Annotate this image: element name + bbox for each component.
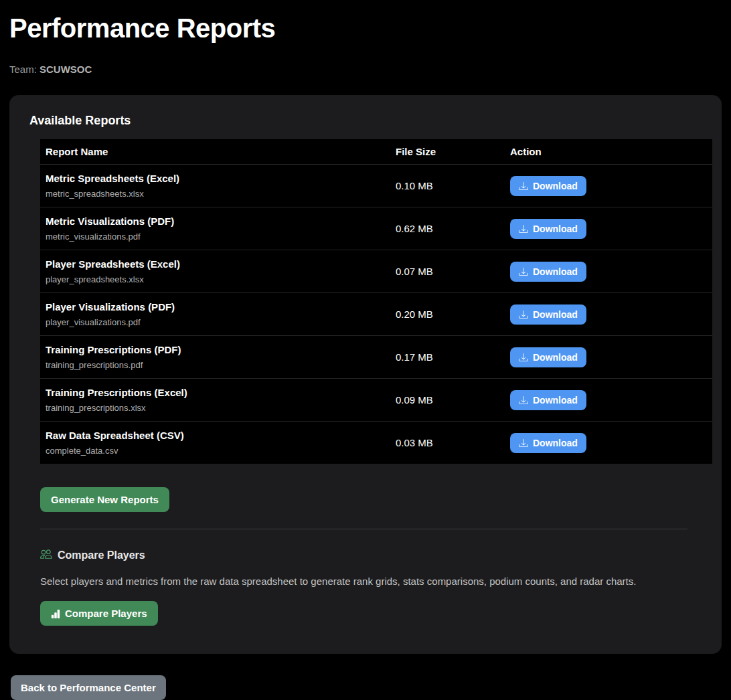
- table-row: Raw Data Spreadsheet (CSV) complete_data…: [40, 422, 712, 464]
- download-button-label: Download: [533, 181, 578, 191]
- action-cell: Download: [505, 254, 712, 289]
- download-icon: [519, 396, 528, 405]
- people-icon: [40, 548, 52, 563]
- report-name-cell: Metric Visualizations (PDF) metric_visua…: [40, 207, 390, 250]
- table-body: Metric Spreadsheets (Excel) metric_sprea…: [40, 165, 712, 464]
- download-button[interactable]: Download: [510, 262, 586, 282]
- table-row: Training Prescriptions (PDF) training_pr…: [40, 336, 712, 379]
- report-size: 0.20 MB: [390, 301, 505, 327]
- download-button[interactable]: Download: [510, 304, 586, 325]
- table-row: Metric Spreadsheets (Excel) metric_sprea…: [40, 165, 712, 207]
- report-name-cell: Player Visualizations (PDF) player_visua…: [40, 293, 390, 335]
- available-reports-card: Available Reports Report Name File Size …: [9, 95, 722, 654]
- report-name-cell: Training Prescriptions (Excel) training_…: [40, 379, 390, 421]
- report-filename: player_spreadsheets.xlsx: [46, 274, 385, 285]
- compare-players-heading-label: Compare Players: [58, 549, 145, 561]
- team-line: Team: SCUWSOC: [9, 64, 722, 75]
- report-name-cell: Player Spreadsheets (Excel) player_sprea…: [40, 250, 390, 292]
- report-name: Metric Visualizations (PDF): [46, 215, 385, 228]
- report-name-cell: Training Prescriptions (PDF) training_pr…: [40, 336, 390, 378]
- download-icon: [519, 310, 528, 319]
- action-cell: Download: [505, 297, 712, 332]
- download-button-label: Download: [533, 438, 578, 448]
- report-filename: complete_data.csv: [46, 446, 385, 456]
- download-icon: [519, 224, 528, 234]
- download-button-label: Download: [533, 395, 578, 406]
- action-cell: Download: [505, 340, 712, 375]
- report-filename: metric_spreadsheets.xlsx: [46, 189, 385, 199]
- download-button-label: Download: [533, 224, 578, 234]
- report-name: Metric Spreadsheets (Excel): [46, 172, 385, 185]
- table-row: Metric Visualizations (PDF) metric_visua…: [40, 207, 712, 250]
- action-cell: Download: [505, 169, 712, 203]
- download-icon: [519, 181, 528, 191]
- action-cell: Download: [505, 426, 712, 460]
- download-button[interactable]: Download: [510, 433, 586, 453]
- bar-chart-icon: [51, 609, 60, 618]
- team-name: SCUWSOC: [39, 64, 92, 75]
- generate-reports-button[interactable]: Generate New Reports: [40, 487, 169, 512]
- compare-players-description: Select players and metrics from the raw …: [40, 576, 687, 587]
- card-heading: Available Reports: [29, 114, 702, 128]
- download-icon: [519, 267, 528, 276]
- report-name: Player Spreadsheets (Excel): [46, 258, 385, 271]
- team-label: Team:: [9, 64, 37, 75]
- section-divider: [40, 529, 687, 529]
- download-button[interactable]: Download: [510, 347, 586, 367]
- compare-players-heading: Compare Players: [40, 548, 687, 563]
- reports-table: Report Name File Size Action Metric Spre…: [40, 139, 712, 464]
- back-button-label: Back to Performance Center: [21, 682, 156, 693]
- report-name-cell: Metric Spreadsheets (Excel) metric_sprea…: [40, 165, 390, 207]
- download-icon: [519, 438, 528, 448]
- download-button[interactable]: Download: [510, 219, 586, 239]
- table-header-row: Report Name File Size Action: [40, 139, 712, 165]
- report-size: 0.10 MB: [390, 173, 505, 199]
- compare-players-button[interactable]: Compare Players: [40, 601, 158, 626]
- generate-reports-label: Generate New Reports: [51, 494, 159, 505]
- report-name-cell: Raw Data Spreadsheet (CSV) complete_data…: [40, 422, 390, 464]
- report-name: Training Prescriptions (Excel): [46, 386, 385, 400]
- download-button-label: Download: [533, 266, 578, 277]
- report-name: Player Visualizations (PDF): [46, 300, 385, 314]
- report-size: 0.62 MB: [390, 215, 505, 242]
- report-size: 0.03 MB: [390, 430, 505, 456]
- download-button-label: Download: [533, 309, 578, 320]
- report-name: Raw Data Spreadsheet (CSV): [46, 429, 385, 442]
- action-cell: Download: [505, 383, 712, 418]
- table-row: Player Visualizations (PDF) player_visua…: [40, 293, 712, 336]
- report-size: 0.17 MB: [390, 344, 505, 370]
- report-filename: metric_visualizations.pdf: [46, 232, 385, 242]
- compare-players-button-label: Compare Players: [65, 608, 147, 619]
- download-button[interactable]: Download: [510, 390, 586, 410]
- table-row: Training Prescriptions (Excel) training_…: [40, 379, 712, 422]
- report-size: 0.09 MB: [390, 387, 505, 413]
- page-title: Performance Reports: [9, 13, 722, 43]
- report-size: 0.07 MB: [390, 258, 505, 284]
- report-filename: player_visualizations.pdf: [46, 317, 385, 328]
- download-button[interactable]: Download: [510, 176, 586, 196]
- report-name: Training Prescriptions (PDF): [46, 343, 385, 357]
- report-filename: training_prescriptions.pdf: [46, 360, 385, 371]
- back-to-performance-center-button[interactable]: Back to Performance Center: [11, 675, 166, 700]
- report-filename: training_prescriptions.xlsx: [46, 403, 385, 414]
- column-header-action: Action: [505, 139, 712, 164]
- table-row: Player Spreadsheets (Excel) player_sprea…: [40, 250, 712, 293]
- download-icon: [519, 353, 528, 362]
- download-button-label: Download: [533, 352, 578, 363]
- column-header-file-size: File Size: [390, 139, 505, 164]
- action-cell: Download: [505, 211, 712, 246]
- column-header-report-name: Report Name: [40, 139, 390, 164]
